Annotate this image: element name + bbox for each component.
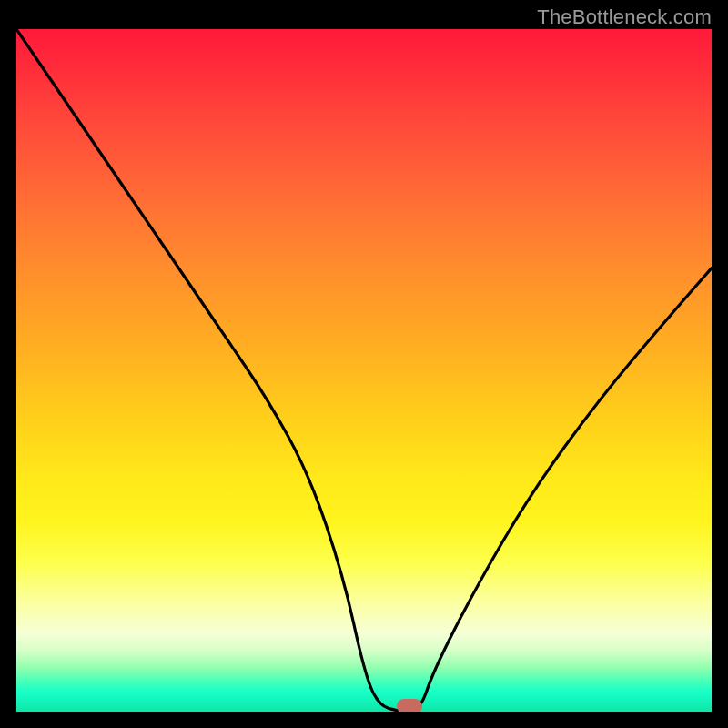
optimal-marker xyxy=(397,699,422,712)
plot-area xyxy=(16,29,712,712)
bottleneck-curve xyxy=(16,29,712,712)
chart-frame: TheBottleneck.com xyxy=(0,0,728,728)
curve-layer xyxy=(16,29,712,712)
watermark-text: TheBottleneck.com xyxy=(537,5,712,29)
